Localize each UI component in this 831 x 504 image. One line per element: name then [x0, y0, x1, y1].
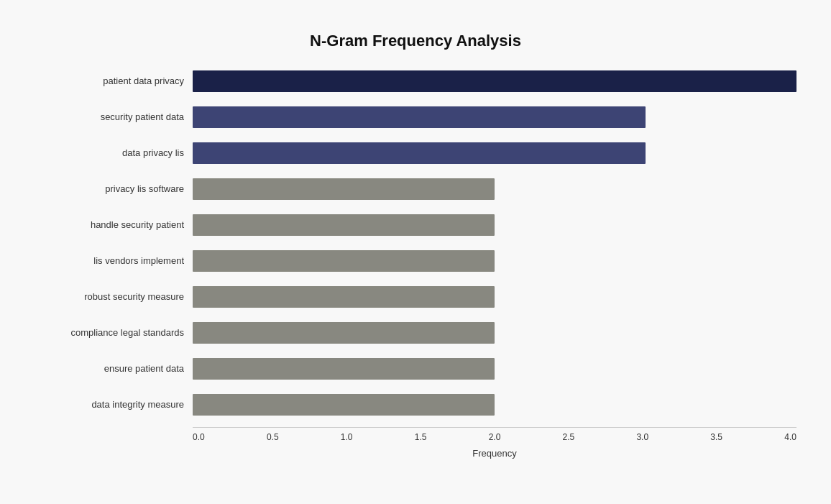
bars-wrapper: [193, 214, 796, 236]
bar-label: data integrity measure: [35, 399, 193, 410]
bar-label: security patient data: [35, 111, 193, 122]
x-tick: 1.5: [415, 432, 427, 442]
bar-label: lis vendors implement: [35, 255, 193, 266]
bar-row: privacy lis software: [35, 173, 796, 206]
bar-row: patient data privacy: [35, 65, 796, 98]
x-tick: 3.0: [636, 432, 648, 442]
bar-fill: [193, 106, 646, 128]
bar-fill: [193, 142, 646, 164]
chart-title: N-Gram Frequency Analysis: [35, 32, 796, 50]
bars-wrapper: [193, 70, 796, 92]
bar-label: handle security patient: [35, 219, 193, 230]
x-axis-area: 0.00.51.01.52.02.53.03.54.0 Frequency: [193, 427, 796, 459]
bars-section: patient data privacysecurity patient dat…: [35, 65, 796, 424]
bar-fill: [193, 322, 495, 344]
bar-row: data privacy lis: [35, 137, 796, 170]
bar-row: robust security measure: [35, 280, 796, 313]
bars-wrapper: [193, 106, 796, 128]
x-axis-label: Frequency: [193, 448, 796, 459]
x-tick: 3.5: [710, 432, 722, 442]
x-tick: 2.5: [563, 432, 575, 442]
bars-wrapper: [193, 286, 796, 308]
bar-label: data privacy lis: [35, 147, 193, 158]
bars-wrapper: [193, 322, 796, 344]
bar-label: compliance legal standards: [35, 327, 193, 338]
bar-row: lis vendors implement: [35, 244, 796, 278]
bar-row: handle security patient: [35, 209, 796, 242]
bar-label: robust security measure: [35, 291, 193, 302]
x-axis-ticks: 0.00.51.01.52.02.53.03.54.0: [193, 428, 796, 442]
bar-fill: [193, 358, 495, 380]
bar-fill: [193, 250, 495, 272]
bars-wrapper: [193, 142, 796, 164]
bar-fill: [193, 286, 495, 308]
bar-fill: [193, 70, 796, 92]
bar-fill: [193, 214, 495, 236]
x-tick: 0.5: [267, 432, 279, 442]
chart-container: N-Gram Frequency Analysis patient data p…: [20, 17, 811, 487]
bars-wrapper: [193, 358, 796, 380]
bar-fill: [193, 394, 495, 416]
x-tick: 4.0: [784, 432, 796, 442]
x-tick: 0.0: [193, 432, 205, 442]
chart-area: patient data privacysecurity patient dat…: [35, 65, 796, 459]
bar-row: ensure patient data: [35, 352, 796, 385]
bars-wrapper: [193, 250, 796, 272]
bar-row: data integrity measure: [35, 388, 796, 421]
bar-label: privacy lis software: [35, 183, 193, 194]
bar-fill: [193, 178, 495, 200]
x-tick: 2.0: [489, 432, 501, 442]
bar-row: compliance legal standards: [35, 316, 796, 349]
bar-label: ensure patient data: [35, 363, 193, 374]
x-tick: 1.0: [341, 432, 353, 442]
bars-wrapper: [193, 178, 796, 200]
bar-label: patient data privacy: [35, 75, 193, 86]
bars-wrapper: [193, 394, 796, 416]
bar-row: security patient data: [35, 101, 796, 134]
